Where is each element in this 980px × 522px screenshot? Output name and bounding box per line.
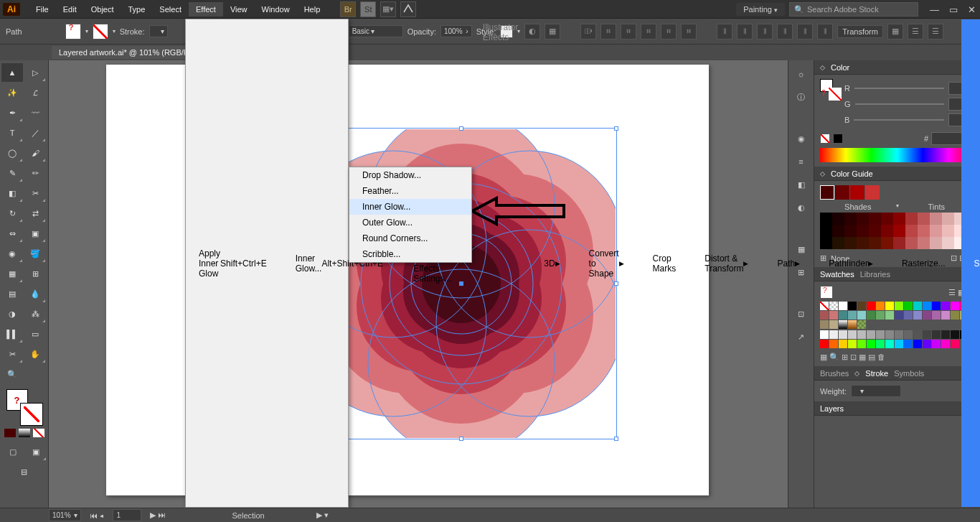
ellipse-tool[interactable]: ◯: [1, 144, 23, 162]
workspace-switcher[interactable]: Painting ▾: [736, 3, 785, 16]
zoom-level[interactable]: 101% ▾: [49, 509, 81, 521]
bridge-icon[interactable]: Br: [340, 1, 356, 17]
screen-mode-full[interactable]: ▣: [25, 442, 47, 461]
hand-tool[interactable]: ✋: [24, 345, 46, 363]
eraser-tool[interactable]: ◧: [1, 184, 23, 202]
lasso-tool[interactable]: 𝓛: [24, 83, 46, 102]
stock-icon[interactable]: St: [360, 1, 376, 17]
eyedropper-tool[interactable]: 💧: [24, 284, 46, 303]
stylize-feather[interactable]: Feather...: [349, 183, 471, 199]
menu-type[interactable]: Type: [121, 2, 153, 17]
effect-raster-settings[interactable]: Document Raster Effects Settings...: [400, 19, 468, 507]
effect-convert-shape[interactable]: Convert to Shape▶: [576, 19, 640, 507]
effect-pathfinder[interactable]: Pathfinder▶: [816, 19, 889, 507]
menu-window[interactable]: Window: [255, 2, 297, 17]
menu-effect[interactable]: Effect: [189, 2, 223, 17]
live-paint-tool[interactable]: 🪣: [24, 244, 46, 263]
effect-dropdown: Apply Inner GlowShift+Ctrl+E Inner Glow.…: [185, 19, 349, 508]
free-transform-tool[interactable]: ▣: [24, 224, 46, 243]
stylize-scribble[interactable]: Scribble...: [349, 246, 471, 262]
stylize-submenu: Drop Shadow... Feather... Inner Glow... …: [349, 167, 472, 263]
gradient-mode[interactable]: [18, 428, 31, 438]
effect-stylize[interactable]: Stylize▶: [961, 19, 980, 507]
effect-3d[interactable]: 3D▶: [531, 19, 575, 507]
menu-select[interactable]: Select: [152, 2, 189, 17]
menu-help[interactable]: Help: [297, 2, 328, 17]
line-tool[interactable]: ／: [24, 123, 46, 142]
stroke-label: Stroke:: [120, 27, 145, 36]
stylize-inner-glow[interactable]: Inner Glow...: [349, 199, 471, 215]
stylize-round-corners[interactable]: Round Corners...: [349, 230, 471, 246]
effect-path[interactable]: Path▶: [764, 19, 816, 507]
paintbrush-tool[interactable]: 🖌: [24, 144, 46, 162]
scissors-tool[interactable]: ✂: [24, 184, 46, 202]
stylize-drop-shadow[interactable]: Drop Shadow...: [349, 167, 471, 183]
slice-tool[interactable]: ✂: [1, 345, 23, 363]
app-logo: Ai: [3, 3, 20, 16]
empty-tool: [24, 365, 46, 383]
pen-tool[interactable]: ✒: [1, 103, 23, 122]
effect-apply-last[interactable]: Apply Inner GlowShift+Ctrl+E: [186, 19, 283, 507]
artboard-tool[interactable]: ▭: [24, 325, 46, 343]
magic-wand-tool[interactable]: ✨: [1, 83, 23, 102]
fill-swatch[interactable]: ?: [65, 24, 81, 39]
search-stock-input[interactable]: 🔍Search Adobe Stock: [789, 2, 918, 17]
selection-type: Path: [6, 27, 22, 36]
stroke-weight[interactable]: ▾: [149, 25, 168, 37]
symbol-sprayer-tool[interactable]: ⁂: [24, 304, 46, 323]
effect-rasterize[interactable]: Rasterize...: [889, 19, 961, 507]
arrange-docs-icon[interactable]: ▦▾: [380, 1, 396, 17]
perspective-grid-tool[interactable]: ▦: [1, 264, 23, 283]
effect-crop-marks[interactable]: Crop Marks: [640, 19, 692, 507]
artboard-number[interactable]: 1: [113, 509, 141, 521]
toolbox: ▲▷ ✨𝓛 ✒〰 T／ ◯🖌 ✎✏ ◧✂ ↻⇄ ⇔▣ ◉🪣 ▦⊞ ▤💧 ◑⁂ ▌…: [0, 60, 49, 508]
gradient-tool[interactable]: ▤: [1, 284, 23, 303]
direct-selection-tool[interactable]: ▷: [24, 63, 46, 82]
blob-brush-tool[interactable]: ✏: [24, 164, 46, 182]
width-tool[interactable]: ⇔: [1, 224, 23, 243]
fill-stroke-control[interactable]: ?: [6, 389, 42, 425]
close-button[interactable]: ✕: [968, 4, 976, 15]
stroke-swatch[interactable]: [93, 24, 108, 39]
menu-file[interactable]: File: [29, 2, 56, 17]
blend-tool[interactable]: ◑: [1, 304, 23, 323]
effect-distort-transform[interactable]: Distort & Transform▶: [692, 19, 764, 507]
search-icon: 🔍: [794, 5, 804, 14]
menu-object[interactable]: Object: [84, 2, 121, 17]
stylize-outer-glow[interactable]: Outer Glow...: [349, 215, 471, 230]
menu-view[interactable]: View: [223, 2, 255, 17]
column-graph-tool[interactable]: ▌▌: [1, 325, 23, 343]
reflect-tool[interactable]: ⇄: [24, 204, 46, 223]
type-tool[interactable]: T: [1, 123, 23, 142]
status-selection: Selection: [232, 511, 264, 520]
shape-builder-tool[interactable]: ◉: [1, 244, 23, 263]
effect-section-ai: Illustrator Effects: [470, 19, 531, 507]
curvature-tool[interactable]: 〰: [24, 103, 46, 122]
pencil-tool[interactable]: ✎: [1, 164, 23, 182]
mesh-tool[interactable]: ⊞: [24, 264, 46, 283]
minimize-button[interactable]: —: [930, 4, 939, 15]
maximize-button[interactable]: ▭: [949, 4, 958, 15]
color-mode[interactable]: [4, 428, 17, 438]
gpu-icon[interactable]: [400, 1, 416, 17]
screen-mode-normal[interactable]: ▢: [2, 442, 24, 461]
effect-last-settings[interactable]: Inner Glow...Alt+Shift+Ctrl+E: [283, 19, 399, 507]
zoom-tool[interactable]: 🔍: [1, 365, 23, 383]
rotate-tool[interactable]: ↻: [1, 204, 23, 223]
selection-tool[interactable]: ▲: [1, 63, 23, 82]
menu-edit[interactable]: Edit: [56, 2, 84, 17]
none-mode[interactable]: [32, 428, 45, 438]
edit-toolbar[interactable]: ⊟: [14, 462, 35, 481]
